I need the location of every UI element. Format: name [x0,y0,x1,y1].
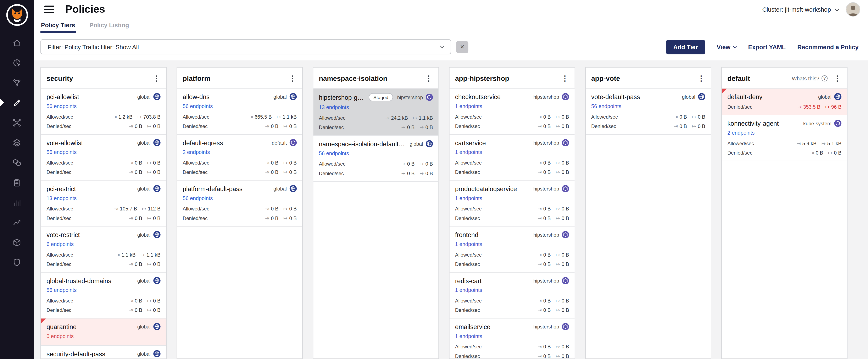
sidebar-item-nodes[interactable] [0,112,34,132]
sidebar-item-home[interactable] [0,33,34,53]
policy-card[interactable]: default-deny global Denied/sec ⇥353.5 B … [722,89,847,115]
endpoints-link[interactable]: 2 endpoints [183,149,210,155]
tier-menu-button[interactable]: ⋮ [696,74,706,82]
endpoints-link[interactable]: 56 endpoints [46,103,76,109]
endpoints-link[interactable]: 1 endpoints [455,287,482,293]
endpoints-link[interactable]: 13 endpoints [319,104,349,110]
policy-card[interactable]: pci-allowlist global 56 endpoints Allowe… [41,89,166,135]
denied-egress-value: 0 B [562,216,569,221]
nodes-icon [12,118,22,127]
policy-card[interactable]: quarantine global 0 endpoints [41,319,166,346]
tier-menu-button[interactable]: ⋮ [151,74,162,82]
sidebar-item-compliance[interactable] [0,172,34,192]
policy-card[interactable]: emailservice hipstershop 1 endpoints All… [450,319,575,359]
policy-card[interactable]: productcatalogservice hipstershop 1 endp… [450,181,575,226]
sidebar-item-reports[interactable] [0,192,34,212]
ingress-icon: ⇥ [401,161,405,167]
policy-card[interactable]: vote-allowlist global 56 endpoints Allow… [41,135,166,181]
policy-card[interactable]: hipstershop-gh... Staged hipstershop 13 … [313,89,438,136]
policy-card[interactable]: namespace-isolation-default-p... global … [313,136,438,182]
staged-badge: Staged [368,93,393,101]
policy-name: vote-allowlist [46,139,83,146]
endpoints-link[interactable]: 13 endpoints [46,195,76,201]
policy-card[interactable]: platform-default-pass global 56 endpoint… [177,181,302,226]
tier-menu-button[interactable]: ⋮ [832,74,843,82]
denied-per-sec-row: Denied/sec ⇥0 B ↦0 B [46,216,161,221]
denied-values: ⇥0 B ↦0 B [265,216,297,221]
global-scope-icon [834,93,841,100]
endpoints-link[interactable]: 56 endpoints [46,287,76,293]
policy-card[interactable]: cartservice hipstershop 1 endpoints Allo… [450,135,575,181]
endpoints-link[interactable]: 1 endpoints [455,333,482,339]
endpoints-link[interactable]: 56 endpoints [183,195,213,201]
cluster-selector[interactable]: Cluster: jlt-msft-workshop [762,6,839,13]
policy-card[interactable]: frontend hipstershop 1 endpoints Allowed… [450,227,575,273]
endpoints-link[interactable]: 56 endpoints [591,103,621,109]
policy-card[interactable]: redis-cart hipstershop 1 endpoints Allow… [450,273,575,319]
add-tier-button[interactable]: Add Tier [666,40,705,54]
sidebar-item-threat-defense[interactable] [0,252,34,272]
denied-per-sec-row: Denied/sec ⇥0 B ↦0 B [319,171,433,176]
allowed-ingress-value: 105.7 B [120,206,137,212]
egress-icon: ↦ [556,160,560,166]
tab-policy-tiers[interactable]: Policy Tiers [40,19,76,33]
endpoints-link[interactable]: 56 endpoints [319,150,349,156]
policy-card[interactable]: konnectivity-agent kube-system 2 endpoin… [722,115,847,161]
policy-card[interactable]: vote-default-pass global 56 endpoints Al… [586,89,711,135]
policy-card[interactable]: default-egress default 2 endpoints Allow… [177,135,302,181]
denied-ingress-value: 0 B [135,307,142,313]
egress-icon: ↦ [142,206,146,212]
sidebar-item-service-graph[interactable] [0,73,34,92]
endpoints-link[interactable]: 1 endpoints [455,195,482,201]
sidebar-item-dashboard[interactable] [0,53,34,73]
policy-name-row: checkoutservice hipstershop [455,93,569,100]
tigera-calico-logo[interactable] [6,4,28,26]
endpoints-link[interactable]: 0 endpoints [46,333,74,339]
tier-menu-button[interactable]: ⋮ [424,74,434,82]
allowed-ingress-value: 0 B [679,114,687,120]
avatar[interactable] [846,2,860,17]
denied-values: ⇥0 B ↦0 B [537,261,569,267]
policy-card[interactable]: pci-restrict global 13 endpoints Allowed… [41,181,166,226]
endpoints-link[interactable]: 2 endpoints [727,130,754,136]
endpoints-link[interactable]: 1 endpoints [455,241,482,247]
egress-icon: ↦ [828,150,832,156]
menu-icon[interactable] [44,6,54,13]
denied-egress-value: 0 B [289,216,297,221]
tier-menu-button[interactable]: ⋮ [560,74,570,82]
tier-menu-button[interactable]: ⋮ [287,74,298,82]
clear-filter-button[interactable]: × [456,41,468,53]
policy-card[interactable]: allow-dns global 56 endpoints Allowed/se… [177,89,302,135]
endpoints-link[interactable]: 56 endpoints [183,103,213,109]
denied-per-sec-row: Denied/sec ⇥0 B ↦0 B [455,216,569,221]
endpoints-link[interactable]: 56 endpoints [46,149,76,155]
export-yaml-button[interactable]: Export YAML [748,44,786,50]
endpoints-link[interactable]: 1 endpoints [455,103,482,109]
denied-label: Denied/sec [46,123,71,129]
filter-row: Filter: Policy Traffic filter: Show All … [34,33,868,60]
egress-icon: ↦ [147,298,151,304]
endpoints-link[interactable]: 6 endpoints [46,241,74,247]
denied-egress-value: 0 B [153,216,161,221]
recommend-policy-button[interactable]: Recommend a Policy [797,44,859,50]
policy-card[interactable]: global-trusted-domains global 56 endpoin… [41,273,166,319]
view-button[interactable]: View [717,44,737,50]
allowed-ingress-value: 0 B [271,160,278,166]
sidebar-item-tiers[interactable] [0,132,34,152]
tab-policy-listing[interactable]: Policy Listing [89,19,129,33]
allowed-per-sec-row: Allowed/sec ⇥0 B ↦0 B [455,206,569,212]
policy-card[interactable]: security-default-pass global [41,346,166,359]
whats-this-link[interactable]: Whats this? ? [792,76,828,81]
denied-values: ⇥0 B ↦0 B [129,123,160,129]
sidebar-item-policies[interactable] [0,92,34,112]
policy-name-row: emailservice hipstershop [455,323,569,330]
sidebar-item-endpoints[interactable] [0,152,34,172]
policy-card[interactable]: checkoutservice hipstershop 1 endpoints … [450,89,575,135]
allowed-ingress-value: 0 B [543,344,551,350]
sidebar-item-activity[interactable] [0,212,34,232]
policy-card[interactable]: vote-restrict global 6 endpoints Allowed… [41,227,166,273]
policy-traffic-filter[interactable]: Filter: Policy Traffic filter: Show All [40,39,451,54]
sidebar-item-images[interactable] [0,232,34,252]
policy-name: default-egress [183,139,223,146]
endpoints-link[interactable]: 1 endpoints [455,149,482,155]
